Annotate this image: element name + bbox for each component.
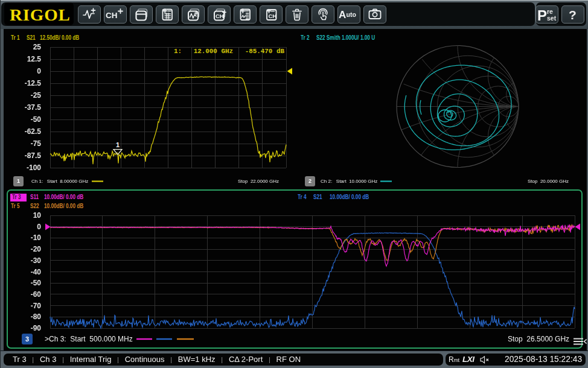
svg-text:uto: uto: [347, 10, 356, 17]
svg-text:?: ?: [569, 8, 577, 22]
svg-text:CH: CH: [106, 10, 118, 19]
svg-text:A: A: [339, 9, 346, 21]
svg-text:CH: CH: [216, 13, 224, 19]
svg-text:set: set: [547, 14, 557, 22]
svg-text:CH: CH: [269, 13, 277, 19]
svg-text:P: P: [537, 7, 547, 24]
